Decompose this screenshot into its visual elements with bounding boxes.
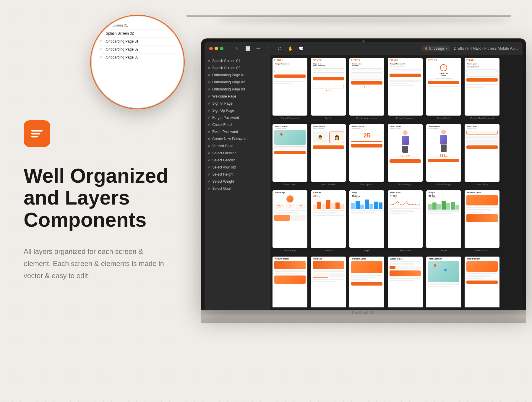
layer-item-splash1[interactable]: # Splash Screen 01 xyxy=(205,57,269,64)
layer-item-onboard2[interactable]: # Onboarding Page 02 xyxy=(205,79,269,86)
brand-logo-4: FITNEX xyxy=(388,58,423,62)
screen-label-newpass: Create New Password xyxy=(465,117,499,119)
screen-goal[interactable]: Select Goal What's your goal? xyxy=(465,124,499,186)
ui-design-tag[interactable]: UI design ▾ xyxy=(422,46,450,51)
popup-label-0: Splash Screen 02 xyxy=(106,31,134,35)
minimize-button[interactable] xyxy=(215,47,218,50)
check-email-btn[interactable] xyxy=(428,81,459,84)
layer-item-splash2[interactable]: # Splash Screen 02 xyxy=(205,64,269,72)
screen-meal[interactable]: Meal Planner xyxy=(465,257,499,307)
auth-screens-row: FITNEX Forgot Password Enter your email … xyxy=(273,58,520,119)
activity-row: Activity Tracker Activity Tra... xyxy=(273,257,520,307)
layer-item-newpass[interactable]: # Create New Password xyxy=(205,135,269,142)
calories-chart xyxy=(311,199,346,209)
brand-logo: FITNEX xyxy=(273,58,307,62)
screen-label-workout-level: Workout Le... xyxy=(465,249,499,252)
screen-label-weight-track: Weight xyxy=(426,249,461,252)
screen-location[interactable]: Select Location Choose your location xyxy=(273,124,307,186)
stats-section: Mine Page 1245 Total xyxy=(273,190,520,252)
layer-item-gender[interactable]: # Select Gender xyxy=(205,157,269,164)
popup-label-1: Onboarding Page 01 xyxy=(106,39,139,43)
meal-img xyxy=(466,261,498,272)
screen-check-email[interactable]: FITNEX ✓ Check your email We sent an ema… xyxy=(426,58,461,119)
screen-height[interactable]: Select Height What's your height? xyxy=(388,124,423,186)
layer-item-age[interactable]: # Select your old xyxy=(205,164,269,171)
canvas-content: FITNEX Forgot Password Enter your email … xyxy=(273,58,520,307)
layer-item-reset[interactable]: # Reset Password xyxy=(205,128,269,135)
screen-workout[interactable]: Workout xyxy=(311,257,346,307)
layer-item-weight[interactable]: # Select Weight xyxy=(205,178,269,185)
screen-weight-tracker[interactable]: Weight 65 kg January 2023 xyxy=(426,190,461,252)
create-acc-btn[interactable] xyxy=(351,81,382,85)
submit-btn[interactable] xyxy=(274,74,306,78)
screen-new-password[interactable]: FITNEX Create your new password xyxy=(465,58,499,119)
layer-item-signin[interactable]: # Sign In Page xyxy=(205,100,269,107)
layer-item-welcome[interactable]: # Welcome Page xyxy=(205,93,269,100)
brand-logo-6: FITNEX xyxy=(465,58,499,62)
screen-label-heartrate: Heart Rate xyxy=(388,249,423,252)
screen-atm[interactable]: ATM Location xyxy=(426,257,461,307)
body-silhouette-2 xyxy=(438,130,450,153)
close-button[interactable] xyxy=(209,47,213,50)
popup-item-0: # Splash Screen 02 xyxy=(100,30,175,38)
screen-weight[interactable]: Select Weight What's your weight? xyxy=(426,124,461,186)
screen-activity[interactable]: Activity Tracker Activity Tra... xyxy=(273,257,307,307)
screen-calories[interactable]: Calories 234... January 2023 xyxy=(311,190,346,252)
screen-label-location: Select Locat... xyxy=(273,183,307,186)
screen-workout-schedule[interactable]: Workout Sc... xyxy=(388,257,423,307)
screen-workout-detail[interactable]: Workout Detail xyxy=(349,257,384,307)
screen-gender[interactable]: Select Gender Choose your gender 👨 👩 xyxy=(311,124,346,186)
screen-forgot-2[interactable]: FITNEX Forgot Password Enter your regist… xyxy=(388,58,423,119)
laptop-shadow xyxy=(216,17,511,23)
layer-item-verified[interactable]: # Verified Page xyxy=(205,142,269,150)
maximize-button[interactable] xyxy=(220,47,223,50)
screen-sign-in[interactable]: FITNEX Sign In to your Account xyxy=(311,58,346,119)
headline: Well Organized and Layers Components xyxy=(24,165,183,231)
pen-tool[interactable]: ✏ xyxy=(254,44,262,53)
screen-mine[interactable]: Mine Page 1245 Total xyxy=(273,190,307,252)
screen-forgot-password[interactable]: FITNEX Forgot Password Enter your email … xyxy=(273,58,307,119)
screen-age[interactable]: Select your old How old are you? 25 Se xyxy=(349,124,384,186)
screen-label-goal: Select Goal xyxy=(465,183,499,186)
popup-item-3: # Onboarding Page 03 xyxy=(100,54,175,61)
layer-item-goal[interactable]: # Select Goal xyxy=(205,185,269,192)
text-tool[interactable]: T xyxy=(265,44,273,53)
screen-label-signin: Sign In xyxy=(311,117,346,119)
frame-tool[interactable]: ⬜ xyxy=(244,44,252,53)
figma-topbar: ↖ ⬜ ✏ T ⬡ ✋ 💬 UI design ▾ xyxy=(205,42,523,55)
email-field[interactable] xyxy=(274,70,306,73)
layer-item-signup[interactable]: # Sign Up Page xyxy=(205,107,269,114)
map-pin-icon xyxy=(280,132,283,136)
auth-screens-section: FITNEX Forgot Password Enter your email … xyxy=(273,58,520,119)
layer-item-location[interactable]: # Select Location xyxy=(205,150,269,157)
stats-row: Mine Page 1245 Total xyxy=(273,190,520,252)
brand-logo-2: FITNEX xyxy=(311,58,346,62)
weight-chart xyxy=(426,199,461,210)
screen-label-forgot2: Forgot Password xyxy=(388,117,423,119)
layer-item-height[interactable]: # Select Height xyxy=(205,171,269,178)
signin-btn[interactable] xyxy=(313,77,344,80)
workout-img xyxy=(466,195,498,205)
screen-create-account[interactable]: FITNEX Create your account xyxy=(349,58,384,119)
laptop-hinge: MacBook Air xyxy=(201,310,526,315)
layer-item-checkemail[interactable]: # Check Email xyxy=(205,121,269,128)
layer-item-onboard3[interactable]: # Onboarding Page 03 xyxy=(205,86,269,93)
onboarding-row: Select Location Choose your location xyxy=(273,124,520,186)
laptop-container: ↖ ⬜ ✏ T ⬡ ✋ 💬 UI design ▾ xyxy=(186,15,532,387)
screen-workout-level[interactable]: Workout Level xyxy=(465,190,499,252)
chevron-down-icon: ▾ xyxy=(446,47,447,50)
layer-item-forgot[interactable]: # Forgot Password xyxy=(205,114,269,121)
figma-content: # Splash Screen 01 # Splash Screen 02 # … xyxy=(205,55,523,310)
layers-panel[interactable]: # Splash Screen 01 # Splash Screen 02 # … xyxy=(205,55,270,310)
screen-steps[interactable]: Steps 1k23... January 2023 xyxy=(349,190,384,252)
component-tool[interactable]: ⬡ xyxy=(275,44,284,53)
move-tool[interactable]: ↖ xyxy=(233,44,241,53)
brand-logo-3: FITNEX xyxy=(349,58,384,62)
comment-tool[interactable]: 💬 xyxy=(297,44,305,53)
screen-label-steps: Steps xyxy=(349,249,384,252)
subtitle: All layers organized for each screen & e… xyxy=(24,246,166,282)
screen-heartrate[interactable]: Heart Rate ● 56.5 January 2023 xyxy=(388,190,423,252)
layer-item-onboard1[interactable]: # Onboarding Page 01 xyxy=(205,72,269,79)
mini-stats: 1245 Total 86 Like xyxy=(273,204,307,209)
hand-tool[interactable]: ✋ xyxy=(286,44,294,53)
